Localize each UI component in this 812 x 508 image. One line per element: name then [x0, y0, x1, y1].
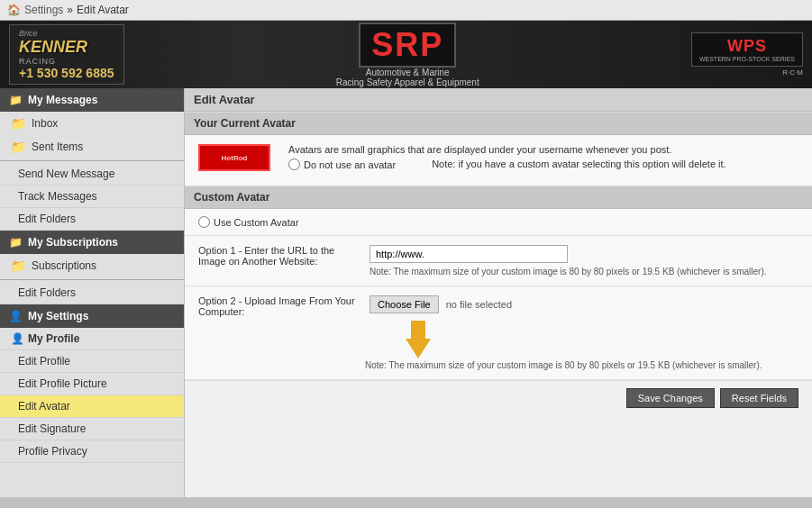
- avatar-description: Avatars are small graphics that are disp…: [288, 144, 726, 155]
- rcm-badge: R·C·M: [782, 68, 803, 77]
- inbox-icon: 📁: [11, 116, 26, 131]
- main-layout: 📁 My Messages 📁 Inbox 📁 Sent Items Send …: [0, 88, 812, 497]
- option2-content: Choose File no file selected: [370, 295, 798, 313]
- srp-text: SRP: [359, 23, 456, 68]
- buttons-row: Save Changes Reset Fields: [185, 380, 812, 415]
- content-header: Edit Avatar: [185, 88, 812, 112]
- reset-fields-button[interactable]: Reset Fields: [720, 388, 798, 408]
- use-custom-label[interactable]: Use Custom Avatar: [198, 216, 798, 228]
- option1-label: Option 1 - Enter the URL to the Image on…: [198, 245, 370, 267]
- srp-sub2: Racing Safety Apparel & Equipment: [336, 77, 479, 87]
- no-avatar-radio[interactable]: [288, 159, 300, 170]
- url-input[interactable]: [370, 245, 568, 263]
- use-custom-avatar-row: Use Custom Avatar: [185, 209, 812, 236]
- sidebar-item-edit-folders-messages[interactable]: Edit Folders: [0, 208, 184, 231]
- sidebar-item-my-profile[interactable]: 👤 My Profile: [0, 328, 184, 350]
- sidebar-item-profile-privacy[interactable]: Profile Privacy: [0, 440, 184, 463]
- subscriptions-folder-icon: 📁: [9, 236, 23, 249]
- option2-note: Note: The maximum size of your custom im…: [365, 360, 762, 370]
- wps-text: WPS: [699, 37, 795, 56]
- kenner-phone: +1 530 592 6885: [19, 66, 114, 80]
- wps-sub: WESTERN PRO-STOCK SERIES: [699, 56, 795, 62]
- use-custom-radio[interactable]: [198, 216, 210, 228]
- custom-avatar-section-title: Custom Avatar: [185, 186, 812, 209]
- my-messages-header: 📁 My Messages: [0, 88, 184, 112]
- top-bar: 🏠 Settings » Edit Avatar: [0, 0, 812, 21]
- banner-left: Brice KENNER RACING +1 530 592 6885: [9, 24, 124, 85]
- kenner-name: KENNER: [19, 38, 114, 57]
- sidebar-item-edit-profile[interactable]: Edit Profile: [0, 350, 184, 373]
- avatar-note: Note: if you have a custom avatar select…: [432, 159, 726, 170]
- profile-icon: 👤: [11, 332, 24, 345]
- kenner-sub: RACING: [19, 57, 114, 66]
- sidebar-item-subscriptions[interactable]: 📁 Subscriptions: [0, 254, 184, 277]
- settings-icon: 👤: [9, 310, 23, 322]
- content-area: Edit Avatar Your Current Avatar HotRod A…: [185, 88, 812, 497]
- sidebar-item-edit-signature[interactable]: Edit Signature: [0, 418, 184, 440]
- sidebar-item-edit-profile-picture[interactable]: Edit Profile Picture: [0, 373, 184, 395]
- messages-folder-icon: 📁: [9, 94, 23, 106]
- sidebar-item-inbox[interactable]: 📁 Inbox: [0, 112, 184, 135]
- current-avatar-image: HotRod: [198, 144, 270, 171]
- banner: Brice KENNER RACING +1 530 592 6885 SRP …: [0, 21, 812, 88]
- no-file-text: no file selected: [446, 299, 512, 310]
- sidebar-item-sent-items[interactable]: 📁 Sent Items: [0, 135, 184, 159]
- banner-right: WPS WESTERN PRO-STOCK SERIES R·C·M: [691, 32, 803, 77]
- srp-sub1: Automotive & Marine: [366, 68, 450, 77]
- arrow-indicator: [406, 321, 431, 358]
- current-avatar-section-title: Your Current Avatar: [185, 112, 812, 135]
- kenner-firstname: Brice: [19, 29, 114, 38]
- home-icon: 🏠: [7, 4, 21, 16]
- my-subscriptions-header: 📁 My Subscriptions: [0, 231, 184, 254]
- save-changes-button[interactable]: Save Changes: [626, 388, 715, 408]
- subscriptions-icon: 📁: [11, 259, 26, 273]
- sidebar-item-edit-avatar[interactable]: Edit Avatar: [0, 395, 184, 418]
- sidebar-item-send-new-message[interactable]: Send New Message: [0, 163, 184, 186]
- option1-note: Note: The maximum size of your custom im…: [370, 267, 798, 277]
- current-page-label: Edit Avatar: [77, 4, 129, 16]
- sidebar: 📁 My Messages 📁 Inbox 📁 Sent Items Send …: [0, 88, 185, 497]
- sidebar-item-edit-folders-subscriptions[interactable]: Edit Folders: [0, 282, 184, 304]
- banner-center: SRP Automotive & Marine Racing Safety Ap…: [336, 23, 479, 87]
- breadcrumb-separator: »: [67, 4, 73, 16]
- option1-row: Option 1 - Enter the URL to the Image on…: [185, 236, 812, 286]
- sent-icon: 📁: [11, 140, 26, 154]
- settings-link[interactable]: Settings: [24, 4, 63, 16]
- current-avatar-section: HotRod Avatars are small graphics that a…: [185, 135, 812, 186]
- my-settings-header: 👤 My Settings: [0, 304, 184, 328]
- option2-row: Option 2 - Upload Image From Your Comput…: [185, 286, 812, 380]
- sidebar-item-track-messages[interactable]: Track Messages: [0, 186, 184, 208]
- no-avatar-option[interactable]: Do not use an avatar: [288, 159, 396, 170]
- choose-file-button[interactable]: Choose File: [370, 295, 439, 313]
- option2-label: Option 2 - Upload Image From Your Comput…: [198, 295, 370, 317]
- option1-content: Note: The maximum size of your custom im…: [370, 245, 798, 277]
